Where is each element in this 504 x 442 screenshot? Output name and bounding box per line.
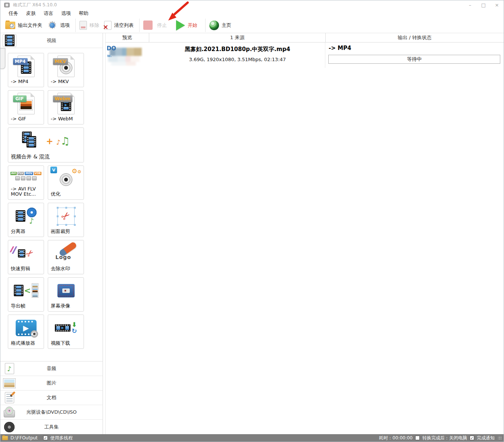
cell-optimize[interactable]: V ⚙⚙ 优化: [48, 165, 84, 200]
sidebar-header-video[interactable]: 视频: [0, 33, 103, 48]
start-label: 开始: [188, 22, 197, 29]
maximize-icon[interactable]: □: [480, 2, 486, 8]
section-label: 音频: [0, 365, 103, 372]
webm-file-icon: Webm ▶: [57, 93, 75, 114]
cell-label: 画面裁剪: [48, 229, 84, 237]
title-bar: 格式工厂 X64 5.10.0 – □ ×: [0, 0, 504, 9]
section-audio[interactable]: ♪ 音频: [0, 362, 103, 376]
menu-item-options[interactable]: 选项: [60, 10, 72, 17]
menu-bar: 任务 皮肤 语言 选项 帮助: [0, 9, 504, 18]
section-label: 文档: [0, 394, 103, 401]
stop-label: 停止: [157, 22, 167, 29]
cell-video-merge-mux[interactable]: ＋ ♪♫ 视频合并 & 混流: [8, 127, 84, 162]
output-format: -> MP4: [329, 45, 351, 51]
cell-label: 格式播放器: [8, 341, 44, 348]
gear-icon: [47, 20, 57, 31]
scissors-icon: ✂: [59, 209, 73, 223]
category-sections: ♪ 音频 图片 文档 光驱设备\DVD\CD\ISO 工具集: [0, 361, 103, 434]
section-label: 光驱设备\DVD\CD\ISO: [0, 409, 103, 416]
cell-label: 导出帧: [8, 303, 44, 311]
filmstrip-icon: [18, 249, 25, 258]
panel-collapse-handle[interactable]: [0, 48, 5, 69]
close-icon[interactable]: ×: [494, 2, 500, 8]
cell-to-avi-flv-mov[interactable]: AVI FLV MOV VOB -> AVI FLV MOV Etc...: [8, 165, 44, 200]
column-header-preview[interactable]: 预览: [106, 33, 149, 42]
clear-list-label: 清空列表: [114, 22, 134, 29]
minimize-icon[interactable]: –: [467, 2, 473, 8]
menu-item-language[interactable]: 语言: [43, 10, 54, 17]
music-note-icon: ♪: [29, 217, 34, 225]
menu-item-help[interactable]: 帮助: [78, 10, 90, 17]
column-header-source[interactable]: 1 来源: [149, 33, 326, 42]
output-folder-button[interactable]: 输出文件夹: [5, 22, 42, 29]
cell-to-mkv[interactable]: MKV -> MKV: [48, 53, 84, 87]
cell-label: -> GIF: [8, 116, 44, 124]
eraser-icon: Logo: [55, 243, 77, 264]
output-folder-icon[interactable]: [2, 436, 8, 440]
cell-label: 分离器: [8, 229, 44, 237]
cell-splitter[interactable]: ♪ 分离器: [8, 203, 44, 237]
content-area: 视频 MP4 -> MP4 MKV: [0, 33, 504, 434]
plus-icon: ＋: [45, 136, 54, 146]
section-picture[interactable]: 图片: [0, 376, 103, 391]
mp4-file-icon: MP4: [18, 56, 35, 77]
stop-icon: [143, 20, 153, 30]
gears-icon: ⚙⚙: [72, 168, 81, 174]
music-notes-icon: ♪♫: [56, 135, 70, 147]
app-window: 格式工厂 X64 5.10.0 – □ × 任务 皮肤 语言 选项 帮助 输出文…: [0, 0, 504, 442]
cell-label: 优化: [48, 192, 84, 199]
menu-item-skin[interactable]: 皮肤: [25, 10, 37, 17]
player-frame-icon: ▶: [16, 320, 37, 336]
toolbar: 输出文件夹 选项 移除 清空列表 停止 开始 主页: [0, 18, 504, 33]
cell-to-gif[interactable]: GIF -> GIF: [8, 90, 44, 124]
cell-to-webm[interactable]: Webm ▶ -> WebM: [48, 90, 84, 124]
status-bar: D:\FFOutput ✓ 使用多线程 耗时：00:00:00 转换完成后：关闭…: [0, 434, 504, 442]
section-document[interactable]: 文档: [0, 391, 103, 405]
menu-item-task[interactable]: 任务: [7, 10, 19, 17]
section-dvd-cd-iso[interactable]: 光驱设备\DVD\CD\ISO: [0, 405, 103, 420]
double-filmstrip-icon: [22, 132, 43, 150]
cell-to-mp4[interactable]: MP4 -> MP4: [8, 53, 44, 87]
column-header-output[interactable]: 输出 / 转换状态: [326, 33, 504, 42]
frames-stack-icon: [32, 284, 38, 297]
cell-quick-clip[interactable]: ✂ 快速剪辑: [8, 240, 44, 274]
remove-label: 移除: [90, 22, 99, 29]
film-reel-icon: [27, 208, 37, 217]
clear-list-button[interactable]: 清空列表: [104, 21, 134, 30]
filmstrip-icon: ▶: [55, 324, 71, 332]
resize-grip[interactable]: [498, 436, 502, 440]
home-button[interactable]: 主页: [209, 20, 231, 30]
cell-export-frames[interactable]: < 导出帧: [8, 277, 44, 312]
disc-icon: [31, 330, 38, 338]
video-tools-grid: MP4 -> MP4 MKV -> MKV: [0, 48, 92, 361]
cell-format-player[interactable]: ▶ 格式播放器: [8, 315, 44, 349]
multithread-checkbox[interactable]: ✓: [43, 436, 48, 440]
start-button[interactable]: 开始: [176, 20, 197, 31]
globe-icon: [209, 20, 219, 30]
video-thumbnail: DO w.: [106, 44, 143, 66]
elapsed-time: 耗时：00:00:00: [379, 435, 413, 441]
window-controls: – □ ×: [467, 2, 500, 8]
cell-remove-watermark[interactable]: Logo 去除水印: [48, 240, 84, 274]
source-filename: 黑寡妇.2021.BD1080p.中英双字.mp4: [149, 46, 326, 53]
cell-screen-record[interactable]: 屏幕录像: [48, 277, 84, 312]
window-title: 格式工厂 X64 5.10.0: [13, 2, 57, 8]
thumbnail-text: w.: [107, 54, 112, 58]
cell-label: 快速剪辑: [8, 266, 44, 274]
remove-icon: [79, 21, 87, 30]
cell-label: -> MKV: [48, 79, 84, 87]
scissors-icon: ✂: [24, 247, 36, 259]
cell-label: 去除水印: [48, 266, 84, 274]
options-button[interactable]: 选项: [47, 20, 70, 31]
cell-crop[interactable]: ✂ 画面裁剪: [48, 203, 84, 237]
cell-video-download[interactable]: ▶ ⬇ ↻ 视频下载: [48, 315, 84, 349]
output-path[interactable]: D:\FFOutput: [10, 435, 38, 441]
sync-arrows-icon: ↻: [72, 328, 77, 334]
remove-button: 移除: [79, 21, 99, 30]
home-label: 主页: [222, 22, 231, 29]
thumbnail-text: DO: [107, 45, 116, 52]
shutdown-checkbox[interactable]: [415, 436, 420, 440]
notify-checkbox[interactable]: ✓: [470, 436, 474, 440]
output-folder-icon: [5, 22, 15, 29]
section-toolset[interactable]: 工具集: [0, 420, 103, 434]
